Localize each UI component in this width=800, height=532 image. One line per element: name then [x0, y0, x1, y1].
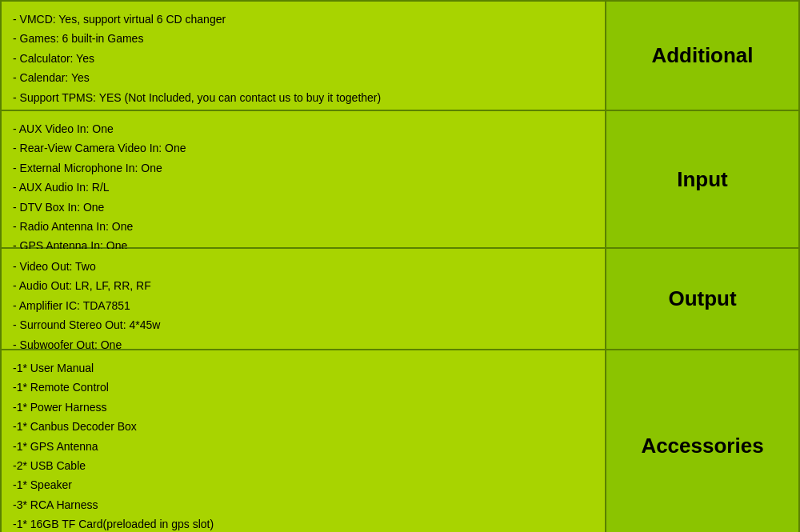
- content-line: - Radio Antenna In: One: [13, 217, 594, 236]
- content-line: -1* User Manual: [13, 358, 594, 378]
- output-label: Output: [606, 249, 798, 349]
- specs-table: - VMCD: Yes, support virtual 6 CD change…: [0, 0, 800, 532]
- content-line: - External Microphone In: One: [13, 158, 594, 178]
- content-line: - Surround Stereo Out: 4*45w: [13, 315, 594, 334]
- content-line: - Rear-View Camera Video In: One: [13, 138, 594, 158]
- content-line: - Amplifier IC: TDA7851: [13, 296, 594, 315]
- content-line: -1* Power Harness: [13, 398, 594, 417]
- accessories-content: -1* User Manual-1* Remote Control-1* Pow…: [2, 350, 606, 532]
- content-line: - AUX Audio In: R/L: [13, 178, 594, 197]
- content-line: - VMCD: Yes, support virtual 6 CD change…: [13, 10, 594, 29]
- content-line: -2* USB Cable: [13, 456, 594, 475]
- content-line: - Calculator: Yes: [13, 49, 594, 68]
- content-line: - Support TPMS: YES (Not Included, you c…: [13, 88, 594, 107]
- row-output: - Video Out: Two- Audio Out: LR, LF, RR,…: [2, 249, 798, 350]
- content-line: - Audio Out: LR, LF, RR, RF: [13, 276, 594, 295]
- content-line: -1* Speaker: [13, 475, 594, 494]
- content-line: - Calendar: Yes: [13, 68, 594, 87]
- content-line: - DTV Box In: One: [13, 198, 594, 217]
- row-additional: - VMCD: Yes, support virtual 6 CD change…: [2, 2, 798, 111]
- content-line: -1* GPS Antenna: [13, 437, 594, 456]
- output-content: - Video Out: Two- Audio Out: LR, LF, RR,…: [2, 249, 606, 349]
- additional-content: - VMCD: Yes, support virtual 6 CD change…: [2, 2, 606, 110]
- content-line: -1* 16GB TF Card(preloaded in gps slot): [13, 514, 594, 532]
- input-content: - AUX Video In: One- Rear-View Camera Vi…: [2, 111, 606, 247]
- input-label: Input: [606, 111, 798, 247]
- accessories-label: Accessories: [606, 350, 798, 532]
- content-line: -3* RCA Harness: [13, 495, 594, 514]
- content-line: -1* Canbus Decoder Box: [13, 417, 594, 436]
- content-line: - AUX Video In: One: [13, 119, 594, 138]
- additional-label: Additional: [606, 2, 798, 110]
- content-line: - Games: 6 built-in Games: [13, 29, 594, 48]
- row-accessories: -1* User Manual-1* Remote Control-1* Pow…: [2, 350, 798, 532]
- content-line: - Video Out: Two: [13, 257, 594, 276]
- row-input: - AUX Video In: One- Rear-View Camera Vi…: [2, 111, 798, 249]
- content-line: -1* Remote Control: [13, 378, 594, 397]
